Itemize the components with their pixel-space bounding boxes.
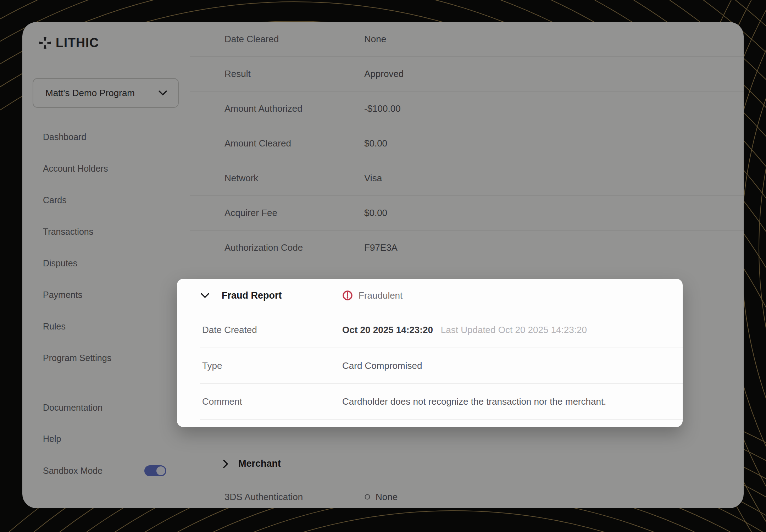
detail-label: Comment <box>202 396 342 407</box>
fraud-row-comment: Comment Cardholder does not recognize th… <box>177 384 683 419</box>
detail-label: Date Created <box>202 325 342 336</box>
fraud-report-rows: Date Created Oct 20 2025 14:23:20 Last U… <box>177 312 683 420</box>
screen: LITHIC Matt's Demo Program Dashboard Acc… <box>0 0 766 532</box>
fraud-report-panel: Fraud Report Fraudulent Date Created Oct… <box>177 279 683 427</box>
fraud-report-title: Fraud Report <box>222 290 282 301</box>
detail-value: Oct 20 2025 14:23:20 <box>342 325 433 336</box>
dim-overlay <box>0 0 766 532</box>
fraud-report-header[interactable]: Fraud Report Fraudulent <box>177 279 683 312</box>
fraud-status-badge: Fraudulent <box>342 290 403 301</box>
chevron-down-icon <box>200 292 210 299</box>
detail-label: Type <box>202 360 342 371</box>
last-updated-text: Last Updated Oct 20 2025 14:23:20 <box>441 325 587 336</box>
detail-value: Card Compromised <box>342 360 422 371</box>
divider <box>200 419 683 420</box>
detail-value: Cardholder does not recognize the transa… <box>342 396 606 407</box>
fraud-row-type: Type Card Compromised <box>177 348 683 383</box>
alert-circle-icon <box>342 290 353 301</box>
fraud-row-date-created: Date Created Oct 20 2025 14:23:20 Last U… <box>177 312 683 348</box>
fraud-status-text: Fraudulent <box>359 290 403 301</box>
